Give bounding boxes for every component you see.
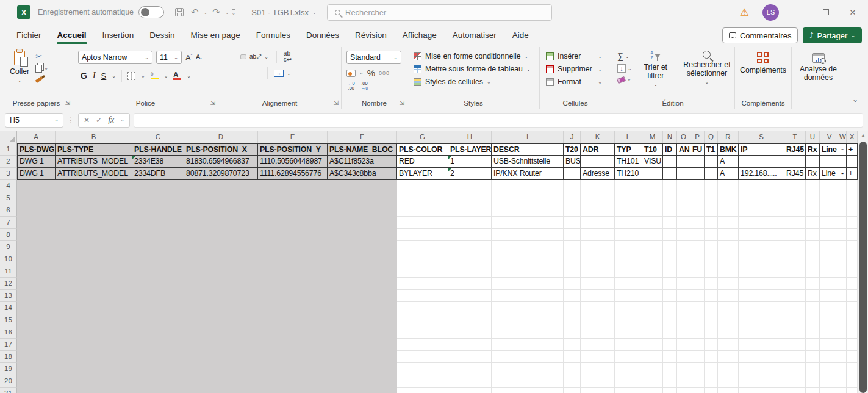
cell-J17[interactable] bbox=[564, 339, 581, 351]
cell-C12[interactable] bbox=[132, 278, 184, 290]
cell-Q8[interactable] bbox=[705, 229, 718, 241]
cell-N3[interactable] bbox=[663, 168, 677, 180]
cell-Q21[interactable] bbox=[705, 388, 718, 393]
cell-U12[interactable] bbox=[806, 278, 820, 290]
autosum-icon[interactable]: ∑ bbox=[617, 51, 623, 61]
row-header-6[interactable]: 6 bbox=[0, 204, 17, 217]
cell-X18[interactable] bbox=[847, 351, 858, 363]
cell-P2[interactable] bbox=[690, 156, 705, 168]
maximize-button[interactable] bbox=[819, 8, 833, 17]
quick-access-more-icon[interactable]: ⌄ bbox=[232, 9, 236, 16]
cell-B17[interactable] bbox=[56, 339, 132, 351]
cell-N12[interactable] bbox=[663, 278, 677, 290]
cell-R15[interactable] bbox=[718, 314, 739, 326]
cell-C19[interactable] bbox=[132, 363, 184, 375]
cell-A16[interactable] bbox=[17, 326, 56, 339]
cell-V10[interactable] bbox=[820, 253, 839, 265]
cell-T12[interactable] bbox=[784, 278, 806, 290]
cell-V11[interactable] bbox=[820, 265, 839, 278]
cell-V15[interactable] bbox=[820, 314, 839, 326]
cell-J11[interactable] bbox=[564, 265, 581, 278]
cell-P7[interactable] bbox=[690, 217, 705, 229]
data-analysis-button[interactable]: Analyse de données bbox=[797, 53, 841, 82]
cell-E8[interactable] bbox=[258, 229, 328, 241]
cell-A15[interactable] bbox=[17, 314, 56, 326]
cell-U1[interactable]: Rx bbox=[806, 143, 820, 156]
cell-P6[interactable] bbox=[690, 204, 705, 217]
cell-F13[interactable] bbox=[328, 290, 397, 302]
cell-S3[interactable]: 192.168..... bbox=[739, 168, 784, 180]
cell-D10[interactable] bbox=[184, 253, 258, 265]
cell-styles-button[interactable]: Styles de cellules⌄ bbox=[414, 78, 539, 86]
format-as-table-button[interactable]: Mettre sous forme de tableau⌄ bbox=[414, 65, 539, 73]
cell-U15[interactable] bbox=[806, 314, 820, 326]
insert-function-icon[interactable]: fx bbox=[108, 115, 114, 125]
cell-Q9[interactable] bbox=[705, 241, 718, 253]
row-header-2[interactable]: 2 bbox=[0, 156, 17, 168]
cell-F15[interactable] bbox=[328, 314, 397, 326]
cell-F9[interactable] bbox=[328, 241, 397, 253]
cell-W7[interactable] bbox=[839, 217, 847, 229]
cell-S11[interactable] bbox=[739, 265, 784, 278]
cell-U14[interactable] bbox=[806, 302, 820, 314]
cell-D8[interactable] bbox=[184, 229, 258, 241]
cell-A18[interactable] bbox=[17, 351, 56, 363]
cell-L19[interactable] bbox=[615, 363, 642, 375]
column-header-M[interactable]: M bbox=[642, 131, 663, 143]
cell-F17[interactable] bbox=[328, 339, 397, 351]
paste-button[interactable]: Coller ⌄ bbox=[10, 51, 29, 83]
cell-X21[interactable] bbox=[847, 388, 858, 393]
cell-T2[interactable] bbox=[784, 156, 806, 168]
filename-chevron-icon[interactable]: ⌄ bbox=[312, 10, 317, 15]
cut-icon[interactable]: ✂ bbox=[35, 52, 42, 61]
cell-I17[interactable] bbox=[492, 339, 564, 351]
cell-U16[interactable] bbox=[806, 326, 820, 339]
clipboard-dialog-launcher[interactable]: ⇲ bbox=[65, 99, 70, 106]
cell-W1[interactable]: - bbox=[839, 143, 847, 156]
cell-A7[interactable] bbox=[17, 217, 56, 229]
cell-E2[interactable]: 1110.50560448987 bbox=[258, 156, 328, 168]
cell-S15[interactable] bbox=[739, 314, 784, 326]
cell-B14[interactable] bbox=[56, 302, 132, 314]
fill-color-chevron-icon[interactable]: ⌄ bbox=[164, 73, 168, 79]
cell-I2[interactable]: USB-Schnittstelle bbox=[492, 156, 564, 168]
cell-G5[interactable] bbox=[397, 192, 448, 204]
cell-X9[interactable] bbox=[847, 241, 858, 253]
cell-S6[interactable] bbox=[739, 204, 784, 217]
cell-C1[interactable]: PLS-HANDLE bbox=[132, 143, 184, 156]
cell-N8[interactable] bbox=[663, 229, 677, 241]
cell-G1[interactable]: PLS-COLOR bbox=[397, 143, 448, 156]
cell-V16[interactable] bbox=[820, 326, 839, 339]
cell-P3[interactable] bbox=[690, 168, 705, 180]
cell-W14[interactable] bbox=[839, 302, 847, 314]
cell-S20[interactable] bbox=[739, 375, 784, 388]
cell-D6[interactable] bbox=[184, 204, 258, 217]
align-top-icon[interactable] bbox=[224, 55, 229, 59]
cell-V21[interactable] bbox=[820, 388, 839, 393]
cell-O1[interactable]: AN bbox=[677, 143, 690, 156]
cell-W17[interactable] bbox=[839, 339, 847, 351]
cell-E10[interactable] bbox=[258, 253, 328, 265]
cell-K2[interactable] bbox=[581, 156, 615, 168]
cell-V19[interactable] bbox=[820, 363, 839, 375]
excel-logo-icon[interactable]: X bbox=[17, 5, 30, 19]
underline-chevron-icon[interactable]: ⌄ bbox=[112, 73, 116, 79]
cell-A13[interactable] bbox=[17, 290, 56, 302]
cell-T9[interactable] bbox=[784, 241, 806, 253]
cell-X20[interactable] bbox=[847, 375, 858, 388]
cell-M19[interactable] bbox=[642, 363, 663, 375]
cell-X6[interactable] bbox=[847, 204, 858, 217]
cell-O11[interactable] bbox=[677, 265, 690, 278]
cell-C11[interactable] bbox=[132, 265, 184, 278]
tab-formules[interactable]: Formules bbox=[248, 26, 298, 46]
cell-E9[interactable] bbox=[258, 241, 328, 253]
cell-W9[interactable] bbox=[839, 241, 847, 253]
cell-P4[interactable] bbox=[690, 180, 705, 192]
cell-C8[interactable] bbox=[132, 229, 184, 241]
column-header-X[interactable]: X bbox=[847, 131, 858, 143]
cell-P11[interactable] bbox=[690, 265, 705, 278]
cell-H10[interactable] bbox=[448, 253, 492, 265]
cell-V7[interactable] bbox=[820, 217, 839, 229]
cell-P1[interactable]: FU bbox=[690, 143, 705, 156]
column-header-U[interactable]: U bbox=[806, 131, 820, 143]
